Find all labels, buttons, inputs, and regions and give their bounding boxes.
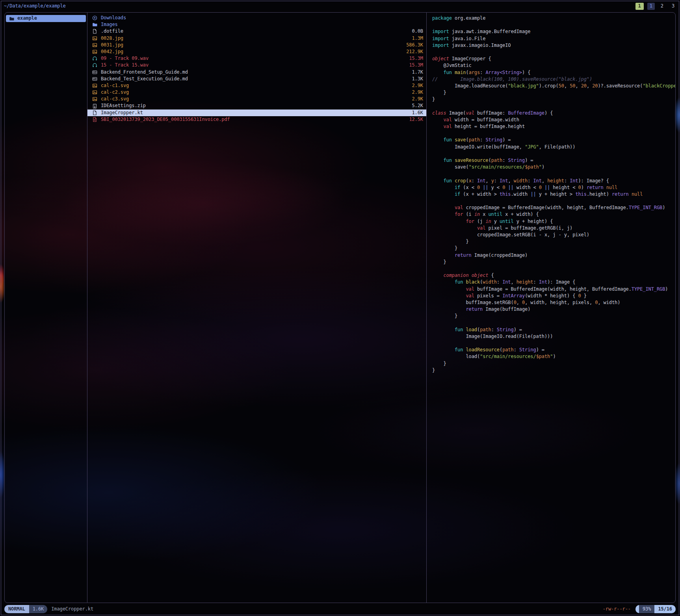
tab-3[interactable]: 3 xyxy=(669,3,677,9)
code-line: package org.example xyxy=(432,15,675,22)
file-row[interactable]: Images xyxy=(87,21,426,28)
file-name: IDEAsettings.zip xyxy=(101,102,412,109)
file-size: 1.3M xyxy=(412,35,424,42)
code-line xyxy=(432,49,675,56)
code-line: fun black(width: Int, height: Int): Imag… xyxy=(432,279,675,286)
code-line xyxy=(432,319,675,326)
code-line: } xyxy=(432,360,675,367)
status-percent: 93% xyxy=(639,605,654,613)
file-icon xyxy=(92,29,98,34)
code-line: for (i in x until x + width) { xyxy=(432,211,675,218)
file-row[interactable]: 0031.jpg586.3K xyxy=(87,42,426,48)
file-name: Backend_Test_Execution_Guide.md xyxy=(101,76,412,82)
file-size-badge: 1.6K xyxy=(29,605,48,613)
image-icon xyxy=(92,96,98,102)
code-line xyxy=(432,22,675,28)
file-name: cal-c2.svg xyxy=(101,89,412,96)
current-directory-pane[interactable]: DownloadsImages.dotfile0.0B0028.jpg1.3M0… xyxy=(87,13,427,603)
image-icon xyxy=(92,90,98,95)
file-size: 12.5K xyxy=(409,116,423,123)
audio-icon xyxy=(92,63,98,68)
pill-left-cap xyxy=(635,605,639,613)
code-line: val buffImage = BufferedImage(width, hei… xyxy=(432,286,675,293)
status-cursor-position: 15/16 xyxy=(654,605,676,613)
file-size: 1.3K xyxy=(412,76,424,82)
status-permissions: -rw-r--r-- xyxy=(603,606,631,612)
file-preview-pane[interactable]: package org.example import java.awt.imag… xyxy=(427,13,675,603)
code-line: ImageIO.write(buffImage, "JPG", File(pat… xyxy=(432,144,675,150)
code-line: val pixels = IntArray(width * height) { … xyxy=(432,293,675,299)
code-line xyxy=(432,150,675,157)
tab-1[interactable]: 1 xyxy=(647,3,655,9)
code-line: val pixel = buffImage.getRGB(i, j) xyxy=(432,225,675,232)
code-line: import java.awt.image.BufferedImage xyxy=(432,28,675,35)
file-size: 212.9K xyxy=(406,48,423,55)
tasks-count-badge[interactable]: 1 xyxy=(635,3,644,9)
file-row[interactable]: Downloads xyxy=(87,15,426,21)
code-line: croppedImage.setRGB(i - x, j - y, pixel) xyxy=(432,232,675,238)
file-name: 0028.jpg xyxy=(101,35,412,42)
file-size: 1.6K xyxy=(412,109,424,116)
code-line: buffImage.setRGB(0, 0, width, height, pi… xyxy=(432,299,675,306)
code-line: val height = buffImage.height xyxy=(432,123,675,130)
download-icon xyxy=(92,15,98,20)
file-name: 0042.jpg xyxy=(101,48,406,55)
code-line: for (j in y until y + height) { xyxy=(432,218,675,225)
file-row[interactable]: Backend_Test_Execution_Guide.md1.3K xyxy=(87,76,426,82)
file-row[interactable]: IDEAsettings.zip5.2K xyxy=(87,102,426,109)
file-row[interactable]: Backend_Frontend_Setup_Guide.md1.7K xyxy=(87,69,426,76)
code-line: return Image(croppedImage) xyxy=(432,252,675,259)
code-line: import javax.imageio.ImageIO xyxy=(432,42,675,49)
code-line xyxy=(432,198,675,204)
parent-directory-pane[interactable]: example xyxy=(5,13,87,603)
file-row[interactable]: SBI_0032013739_2023_DE05_0003155631Invoi… xyxy=(87,116,426,123)
code-line: if (x + width > this.width || y + height… xyxy=(432,191,675,198)
image-icon xyxy=(92,49,98,54)
markdown-icon xyxy=(92,70,98,75)
file-name: .dotfile xyxy=(101,28,412,35)
code-line: if (x < 0 || y < 0 || width < 0 || heigh… xyxy=(432,184,675,191)
code-line: fun save(path: String) = xyxy=(432,137,675,143)
file-row[interactable]: ImageCropper.kt1.6K xyxy=(87,109,426,116)
file-row[interactable]: 09 - Track 09.wav15.3M xyxy=(87,55,426,62)
code-line: companion object { xyxy=(432,272,675,279)
image-icon xyxy=(92,83,98,88)
file-row[interactable]: 0028.jpg1.3M xyxy=(87,35,426,42)
breadcrumb-cwd-path: ~/Data/example/example xyxy=(4,3,66,9)
tab-2[interactable]: 2 xyxy=(658,3,666,9)
sidebar-item-example[interactable]: example xyxy=(6,15,86,22)
file-row[interactable]: 0042.jpg212.9K xyxy=(87,48,426,55)
audio-icon xyxy=(92,56,98,61)
archive-icon xyxy=(92,104,98,109)
file-row[interactable]: cal-c1.svg2.9K xyxy=(87,82,426,89)
file-row[interactable]: .dotfile0.0B xyxy=(87,28,426,35)
file-size: 15.3M xyxy=(409,55,423,62)
file-row[interactable]: 15 - Track 15.wav15.3M xyxy=(87,62,426,69)
code-line: } xyxy=(432,89,675,96)
code-line: fun saveResource(path: String) = xyxy=(432,157,675,164)
code-line: import java.io.File xyxy=(432,35,675,42)
markdown-icon xyxy=(92,76,98,82)
folder-icon xyxy=(92,22,98,27)
sidebar-item-label: example xyxy=(17,15,37,22)
status-filename: ImageCropper.kt xyxy=(51,606,93,612)
file-icon xyxy=(92,110,98,115)
yazi-header: ~/Data/example/example 1 123 xyxy=(4,2,677,11)
file-name: 09 - Track 09.wav xyxy=(101,55,409,62)
file-name: Downloads xyxy=(101,15,423,21)
file-row[interactable]: cal-c3.svg2.9K xyxy=(87,96,426,102)
code-line: Image.loadResource("black.jpg").crop(50,… xyxy=(432,83,675,89)
code-line: load("src/main/resources/$path") xyxy=(432,353,675,360)
code-line: @JvmStatic xyxy=(432,62,675,69)
code-line: Image(ImageIO.read(File(path))) xyxy=(432,333,675,340)
file-size: 5.2K xyxy=(412,102,424,109)
code-line: object ImageCropper { xyxy=(432,56,675,62)
pdf-icon xyxy=(92,117,98,122)
file-size: 2.9K xyxy=(412,82,424,89)
status-left: NORMAL 1.6K ImageCropper.kt xyxy=(4,605,93,613)
file-size: 586.3K xyxy=(406,42,423,48)
file-row[interactable]: cal-c2.svg2.9K xyxy=(87,89,426,96)
code-line: fun load(path: String) = xyxy=(432,327,675,333)
code-line: val width = buffImage.width xyxy=(432,117,675,123)
code-line: } xyxy=(432,259,675,265)
